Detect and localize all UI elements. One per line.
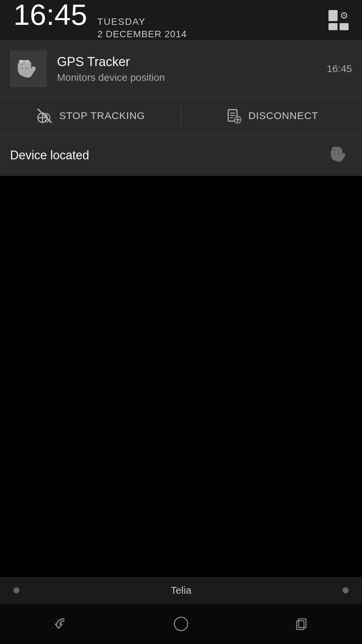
back-icon [51,615,70,633]
grid-cell-4 [340,23,349,30]
notification-app-name: GPS Tracker [57,55,320,69]
main-content-area [0,190,362,577]
svg-point-15 [174,617,188,631]
disconnect-label: DISCONNECT [248,110,318,121]
device-located-row: Device located GPS [0,135,362,176]
navigation-bar [0,604,362,644]
notification-app-icon: GPS [10,50,47,87]
carrier-dot-left [13,587,19,593]
clock: 16:45 [13,0,87,30]
status-bar-left: 16:45 TUESDAY 2 DECEMBER 2014 [13,0,187,40]
disconnect-icon [225,107,242,124]
back-button[interactable] [40,610,80,637]
device-located-gps-icon: GPS [330,144,352,166]
notification-text-block: GPS Tracker Monitors device position [57,55,320,83]
stop-tracking-label: STOP TRACKING [59,110,145,121]
disconnect-button[interactable]: DISCONNECT [181,97,362,135]
day-of-week: TUESDAY [97,16,187,28]
full-date: 2 DECEMBER 2014 [97,28,187,40]
status-bar-right: ⚙ [328,10,349,30]
home-button[interactable] [161,610,201,637]
status-bar: 16:45 TUESDAY 2 DECEMBER 2014 ⚙ [0,0,362,40]
recents-icon [293,615,311,633]
stop-tracking-button[interactable]: STOP TRACKING [0,97,181,135]
notification-card: GPS GPS Tracker Monitors device position… [0,41,362,176]
notification-actions: STOP TRACKING DISCONNECT [0,97,362,135]
recents-button[interactable] [282,610,322,637]
grid-cell-1 [328,10,338,21]
grid-cell-2: ⚙ [340,10,349,21]
stop-tracking-icon [36,107,53,124]
home-icon [172,615,190,633]
grid-gear-icon[interactable]: ⚙ [328,10,349,30]
gear-symbol: ⚙ [340,10,348,21]
gps-hand-icon: GPS [16,57,41,81]
device-located-text: Device located [10,148,89,162]
svg-rect-16 [297,621,304,630]
notification-time: 16:45 [327,63,352,74]
carrier-dot-right [343,587,349,593]
grid-cell-3 [328,23,338,30]
notification-subtitle: Monitors device position [57,72,320,83]
carrier-bar: Telia [0,577,362,604]
carrier-name: Telia [171,585,191,596]
svg-rect-17 [299,619,306,628]
date-display: TUESDAY 2 DECEMBER 2014 [97,16,187,40]
notification-header: GPS GPS Tracker Monitors device position… [0,41,362,97]
